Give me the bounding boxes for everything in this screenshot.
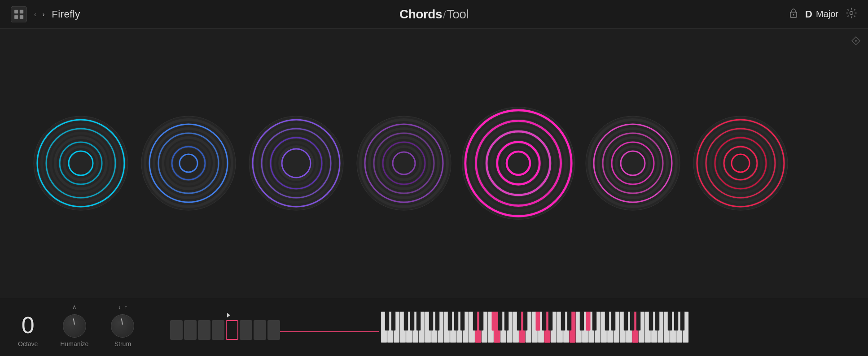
svg-rect-142: [536, 312, 540, 330]
piano-svg[interactable]: .wk { fill: #d8d8d8; stroke: #888; strok…: [381, 312, 695, 343]
svg-rect-2: [20, 10, 23, 13]
svg-rect-119: [454, 312, 458, 330]
seq-block-1[interactable]: [170, 320, 183, 340]
preset-name: Firefly: [52, 9, 80, 20]
svg-rect-108: [416, 312, 421, 330]
svg-rect-153: [567, 312, 571, 330]
header: ‹ › Firefly Chords/Tool D Major: [0, 0, 868, 29]
octave-label: Octave: [18, 340, 38, 347]
octave-value: 0: [22, 313, 35, 337]
dice-icon[interactable]: [11, 6, 27, 22]
svg-rect-128: [473, 312, 477, 330]
svg-point-6: [793, 14, 794, 16]
playhead-triangle: [227, 313, 230, 317]
sequencer-row: [170, 320, 280, 340]
seq-block-7[interactable]: [267, 320, 280, 340]
svg-rect-1: [14, 10, 18, 13]
red-line-container: [280, 322, 379, 332]
strum-arrows: ↓ ↑: [118, 303, 127, 312]
svg-rect-166: [624, 312, 628, 330]
chord-wheel-1[interactable]: [27, 109, 135, 217]
sequencer-section: .wk { fill: #d8d8d8; stroke: #888; strok…: [134, 298, 850, 356]
svg-rect-0: [11, 6, 27, 22]
app-title-slash: /: [443, 9, 446, 21]
bottom-bar: 0 Octave ∧ Humanize ↓ ↑ Strum: [0, 298, 868, 356]
svg-rect-164: [605, 312, 609, 330]
svg-rect-155: [586, 312, 590, 330]
seq-cursor-block[interactable]: [226, 320, 238, 340]
seq-block-5[interactable]: [240, 320, 252, 340]
seq-block-4[interactable]: [212, 320, 224, 340]
key-note: D: [805, 9, 812, 20]
svg-rect-154: [580, 312, 584, 330]
strum-label: Strum: [114, 340, 131, 347]
chord-wheel-5[interactable]: [458, 103, 579, 224]
svg-rect-140: [517, 312, 521, 330]
svg-rect-144: [548, 312, 552, 330]
piano-keyboard: .wk { fill: #d8d8d8; stroke: #888; strok…: [381, 312, 695, 343]
humanize-knob[interactable]: [63, 314, 86, 338]
humanize-control: ∧ Humanize: [60, 303, 88, 347]
svg-rect-132: [504, 312, 509, 330]
svg-rect-117: [435, 312, 439, 330]
svg-rect-129: [479, 312, 483, 330]
strum-knob[interactable]: [111, 314, 134, 338]
svg-rect-178: [668, 312, 672, 330]
app-title-chords: Chords: [399, 7, 442, 21]
svg-rect-179: [674, 312, 678, 330]
chord-wheel-2[interactable]: [135, 109, 242, 217]
svg-rect-141: [523, 312, 527, 330]
header-left: ‹ › Firefly: [11, 6, 80, 22]
svg-rect-107: [410, 312, 414, 330]
strum-up-arrow: ↑: [124, 304, 127, 310]
svg-rect-4: [20, 15, 23, 19]
strum-control: ↓ ↑ Strum: [111, 303, 134, 347]
app-title-tool: Tool: [447, 7, 469, 21]
forward-arrow[interactable]: ›: [41, 9, 47, 20]
svg-point-58: [462, 107, 575, 220]
seq-block-2[interactable]: [184, 320, 197, 340]
svg-rect-3: [14, 15, 18, 19]
svg-point-22: [141, 116, 236, 210]
piano-keyboard-wrapper: .wk { fill: #d8d8d8; stroke: #888; strok…: [381, 312, 695, 343]
seq-block-3[interactable]: [198, 320, 210, 340]
svg-rect-120: [460, 312, 465, 330]
svg-rect-131: [498, 312, 502, 330]
controls-section: 0 Octave ∧ Humanize ↓ ↑ Strum: [18, 303, 134, 352]
playback-line: [280, 331, 379, 332]
seq-block-6[interactable]: [254, 320, 266, 340]
svg-rect-106: [404, 312, 408, 330]
lock-icon[interactable]: [789, 8, 798, 20]
chord-wheels-area: [0, 29, 868, 298]
chord-wheel-7[interactable]: [687, 109, 794, 217]
svg-point-72: [586, 116, 680, 210]
svg-point-10: [34, 116, 128, 210]
app-title: Chords/Tool: [399, 7, 469, 22]
key-display[interactable]: D Major: [805, 9, 838, 20]
chord-wheel-4[interactable]: [350, 109, 458, 217]
main-content: 0 Octave ∧ Humanize ↓ ↑ Strum: [0, 29, 868, 356]
svg-point-34: [249, 116, 343, 210]
svg-rect-143: [542, 312, 546, 330]
svg-point-46: [357, 116, 451, 210]
svg-rect-167: [630, 312, 634, 330]
key-scale: Major: [816, 9, 838, 19]
chord-wheel-3[interactable]: [242, 109, 350, 217]
chord-wheel-6[interactable]: [579, 109, 687, 217]
svg-rect-152: [561, 312, 565, 330]
nav-arrows: ‹ ›: [32, 9, 46, 20]
svg-rect-116: [429, 312, 433, 330]
mini-sequencer-wrapper: [170, 315, 280, 340]
svg-rect-156: [592, 312, 596, 330]
svg-rect-168: [636, 312, 640, 330]
humanize-up-arrow: ∧: [72, 304, 77, 310]
svg-rect-105: [391, 312, 395, 330]
header-center: Chords/Tool: [399, 7, 469, 22]
svg-rect-165: [611, 312, 615, 330]
settings-icon[interactable]: [846, 7, 857, 22]
svg-rect-177: [655, 312, 659, 330]
humanize-arrows: ∧: [72, 303, 77, 312]
back-arrow[interactable]: ‹: [32, 9, 38, 20]
svg-point-84: [693, 116, 788, 210]
svg-rect-104: [385, 312, 389, 330]
